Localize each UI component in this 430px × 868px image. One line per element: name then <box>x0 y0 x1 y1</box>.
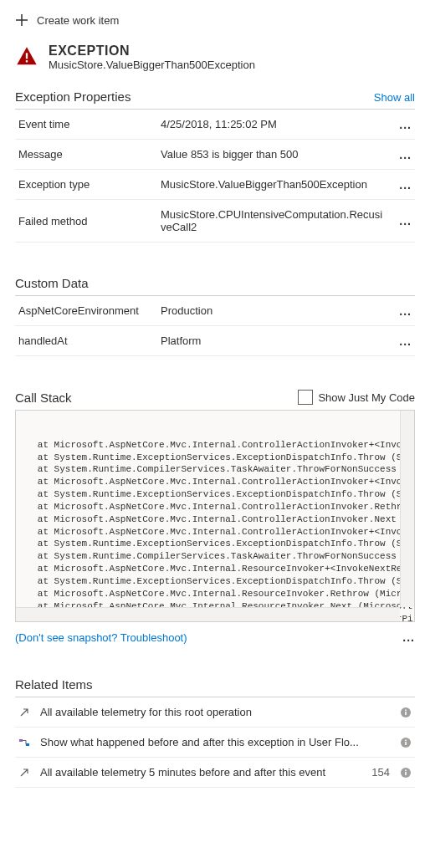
create-work-item-label: Create work item <box>37 14 119 27</box>
svg-rect-8 <box>405 742 407 745</box>
property-key: handledAt <box>18 334 161 347</box>
related-item-text: Show what happened before and after this… <box>40 736 380 748</box>
open-arrow-icon <box>18 767 30 779</box>
property-key: Message <box>18 148 161 161</box>
call-stack-header: Call Stack Show Just My Code <box>15 390 415 405</box>
property-row: Exception typeMusicStore.ValueBiggerThan… <box>15 170 415 200</box>
property-key: Event time <box>18 118 161 130</box>
create-work-item-button[interactable]: Create work item <box>15 13 415 27</box>
related-item-text: All available telemetry 5 minutes before… <box>40 766 361 779</box>
related-items-heading: Related Items <box>15 677 93 692</box>
svg-rect-4 <box>405 709 407 711</box>
svg-rect-0 <box>26 53 28 59</box>
property-value: Platform <box>161 334 412 347</box>
checkbox-icon <box>298 390 313 405</box>
row-more-button[interactable]: ... <box>399 118 412 131</box>
related-item-text: All available telemetry for this root op… <box>40 706 380 718</box>
related-item-count: 154 <box>371 766 390 779</box>
svg-rect-12 <box>405 769 407 771</box>
user-flow-icon <box>18 737 30 748</box>
property-row: handledAtPlatform... <box>15 326 415 356</box>
property-value: MusicStore.ValueBiggerThan500Exception <box>161 178 412 191</box>
exception-header: EXCEPTION MusicStore.ValueBiggerThan500E… <box>15 43 415 71</box>
call-stack-content: at Microsoft.AspNetCore.Mvc.Internal.Con… <box>21 439 409 622</box>
property-row: Event time4/25/2018, 11:25:02 PM... <box>15 110 415 140</box>
more-actions-button[interactable]: ... <box>402 631 415 644</box>
troubleshoot-row: (Don't see snapshot? Troubleshoot) ... <box>15 631 415 644</box>
related-item[interactable]: All available telemetry for this root op… <box>15 697 415 728</box>
row-more-button[interactable]: ... <box>399 304 412 318</box>
property-value: 4/25/2018, 11:25:02 PM <box>161 118 412 130</box>
related-item[interactable]: Show what happened before and after this… <box>15 728 415 758</box>
property-value: Value 853 is bigger than 500 <box>161 148 412 161</box>
show-all-link[interactable]: Show all <box>374 91 415 104</box>
svg-rect-3 <box>405 712 407 715</box>
show-my-code-checkbox[interactable]: Show Just My Code <box>298 390 415 405</box>
property-row: Failed methodMusicStore.CPUIntensiveComp… <box>15 200 415 243</box>
row-more-button[interactable]: ... <box>399 178 412 191</box>
info-icon <box>400 707 412 718</box>
properties-table: Event time4/25/2018, 11:25:02 PM...Messa… <box>15 110 415 243</box>
troubleshoot-link[interactable]: (Don't see snapshot? Troubleshoot) <box>15 631 187 644</box>
warning-triangle-icon <box>15 45 38 69</box>
svg-rect-1 <box>26 60 28 62</box>
custom-data-table: AspNetCoreEnvironmentProduction...handle… <box>15 296 415 356</box>
custom-data-header: Custom Data <box>15 276 415 296</box>
row-more-button[interactable]: ... <box>399 148 412 161</box>
show-my-code-label: Show Just My Code <box>318 391 415 404</box>
custom-data-heading: Custom Data <box>15 276 89 290</box>
property-key: AspNetCoreEnvironment <box>18 304 161 317</box>
exception-subtitle: MusicStore.ValueBiggerThan500Exception <box>49 59 255 71</box>
property-row: AspNetCoreEnvironmentProduction... <box>15 296 415 326</box>
call-stack-box[interactable]: at Microsoft.AspNetCore.Mvc.Internal.Con… <box>15 410 415 622</box>
properties-section-header: Exception Properties Show all <box>15 89 415 110</box>
related-items-list: All available telemetry for this root op… <box>15 697 415 788</box>
svg-rect-9 <box>405 739 407 741</box>
related-item[interactable]: All available telemetry 5 minutes before… <box>15 758 415 788</box>
properties-heading: Exception Properties <box>15 89 131 104</box>
open-arrow-icon <box>18 707 30 718</box>
property-key: Exception type <box>18 178 161 191</box>
plus-icon <box>15 13 28 27</box>
row-more-button[interactable]: ... <box>399 214 412 227</box>
property-row: MessageValue 853 is bigger than 500... <box>15 140 415 170</box>
property-value: MusicStore.CPUIntensiveComputation.Recus… <box>161 208 412 233</box>
info-icon <box>400 737 412 748</box>
svg-rect-6 <box>26 743 29 746</box>
row-more-button[interactable]: ... <box>399 334 412 348</box>
property-key: Failed method <box>18 215 161 227</box>
svg-rect-5 <box>19 739 23 742</box>
property-value: Production <box>161 304 412 317</box>
call-stack-heading: Call Stack <box>15 391 72 405</box>
svg-rect-11 <box>405 772 407 775</box>
exception-title: EXCEPTION <box>49 43 255 59</box>
info-icon <box>400 767 412 779</box>
related-items-header: Related Items <box>15 677 415 697</box>
horizontal-scrollbar[interactable] <box>16 607 400 621</box>
vertical-scrollbar[interactable] <box>400 411 414 607</box>
